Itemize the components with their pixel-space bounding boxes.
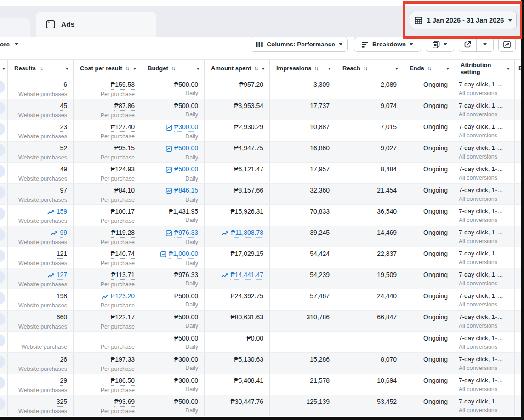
header-cell-reach[interactable]: Reach↑↓ bbox=[336, 60, 403, 78]
spent-value[interactable]: ₱4,947.75 bbox=[234, 144, 263, 152]
spent-value[interactable]: ₱80,631.63 bbox=[230, 313, 263, 321]
ad-thumbnail-partial[interactable] bbox=[0, 207, 5, 220]
results-value[interactable]: 198 bbox=[57, 292, 67, 301]
ad-thumbnail-partial[interactable] bbox=[0, 271, 5, 284]
budget-value[interactable]: ₱300.00 bbox=[174, 356, 198, 363]
sort-icon[interactable]: ↑↓ bbox=[171, 66, 175, 72]
spent-value[interactable]: ₱6,121.47 bbox=[234, 165, 263, 173]
cost-value[interactable]: ₱127.40 bbox=[111, 123, 135, 132]
cost-value[interactable]: ₱113.71 bbox=[111, 271, 135, 280]
budget-value[interactable]: ₱500.00 bbox=[174, 144, 198, 153]
ad-thumbnail-partial[interactable] bbox=[0, 144, 5, 157]
budget-value[interactable]: ₱500.00 bbox=[174, 292, 198, 300]
spent-value[interactable]: ₱2,930.29 bbox=[234, 123, 263, 131]
results-value[interactable]: 159 bbox=[57, 208, 67, 216]
table-row[interactable]: 45 Website purchases ₱87.86 Per purchase… bbox=[0, 99, 524, 120]
cost-value[interactable]: — bbox=[128, 335, 135, 342]
table-row[interactable]: 159 Website purchases ₱100.17 Per purcha… bbox=[0, 205, 524, 226]
table-row[interactable]: 97 Website purchases ₱84.10 Per purchase… bbox=[0, 184, 524, 205]
sort-icon[interactable]: ↑↓ bbox=[363, 66, 367, 72]
reports-button[interactable] bbox=[426, 37, 454, 52]
spent-value[interactable]: ₱957.20 bbox=[239, 81, 263, 89]
budget-value[interactable]: ₱300.00 bbox=[174, 123, 198, 132]
results-value[interactable]: 127 bbox=[57, 271, 67, 280]
chevron-down-icon[interactable] bbox=[328, 68, 331, 70]
cost-value[interactable]: ₱100.17 bbox=[111, 208, 135, 216]
results-value[interactable]: 26 bbox=[60, 356, 67, 364]
budget-value[interactable]: ₱500.00 bbox=[174, 313, 198, 321]
chevron-down-icon[interactable] bbox=[395, 68, 399, 70]
results-value[interactable]: 29 bbox=[60, 377, 67, 386]
results-value[interactable]: 99 bbox=[60, 229, 67, 238]
tab-ads[interactable]: Ads bbox=[36, 12, 156, 37]
more-button[interactable]: ore bbox=[0, 37, 18, 52]
header-cell-attribution-setting[interactable]: Attribution setting bbox=[454, 60, 515, 78]
results-value[interactable]: 121 bbox=[57, 250, 67, 259]
budget-value[interactable]: ₱500.00 bbox=[174, 398, 198, 406]
budget-value[interactable]: ₱846.15 bbox=[174, 187, 198, 195]
budget-value[interactable]: ₱1,431.95 bbox=[169, 208, 198, 216]
header-cell-impressions[interactable]: Impressions↑↓ bbox=[270, 60, 336, 78]
header-cell-ad-strip[interactable] bbox=[0, 60, 8, 78]
spent-value[interactable]: ₱15,926.31 bbox=[230, 208, 263, 216]
chevron-down-icon[interactable] bbox=[262, 68, 265, 70]
ad-thumbnail-partial[interactable] bbox=[0, 313, 5, 326]
table-row[interactable]: 49 Website purchases ₱124.93 Per purchas… bbox=[0, 163, 524, 184]
cost-value[interactable]: ₱84.10 bbox=[114, 187, 135, 195]
spent-value[interactable]: ₱11,808.78 bbox=[231, 229, 263, 238]
chevron-down-icon[interactable] bbox=[507, 68, 510, 70]
export-action[interactable] bbox=[459, 37, 476, 51]
table-row[interactable]: 99 Website purchases ₱119.28 Per purchas… bbox=[0, 226, 524, 247]
header-cell-results[interactable]: Results↑↓ bbox=[8, 60, 74, 78]
cost-value[interactable]: ₱87.86 bbox=[114, 102, 135, 111]
ad-thumbnail-partial[interactable] bbox=[0, 165, 5, 178]
budget-value[interactable]: ₱500.00 bbox=[174, 165, 198, 174]
spent-value[interactable]: ₱30,447.76 bbox=[230, 398, 263, 406]
chevron-down-icon[interactable] bbox=[133, 68, 137, 70]
sort-icon[interactable]: ↑↓ bbox=[125, 66, 129, 72]
budget-value[interactable]: ₱300.00 bbox=[174, 377, 198, 385]
sort-icon[interactable]: ↑↓ bbox=[39, 66, 42, 72]
results-value[interactable]: 52 bbox=[60, 144, 67, 153]
breakdown-button[interactable]: Breakdown bbox=[354, 37, 421, 52]
cost-value[interactable]: ₱159.53 bbox=[111, 81, 135, 90]
results-value[interactable]: — bbox=[61, 335, 67, 342]
sort-icon[interactable]: ↑↓ bbox=[427, 66, 431, 72]
sort-icon[interactable]: ↑↓ bbox=[254, 66, 257, 72]
results-value[interactable]: 23 bbox=[60, 123, 67, 132]
spent-value[interactable]: ₱17,029.15 bbox=[230, 250, 263, 258]
results-value[interactable]: 97 bbox=[60, 187, 67, 195]
spent-value[interactable]: ₱5,130.63 bbox=[234, 356, 263, 363]
ad-thumbnail-partial[interactable] bbox=[0, 292, 5, 305]
sort-icon[interactable]: ↑↓ bbox=[314, 66, 318, 72]
chevron-down-icon[interactable] bbox=[446, 68, 450, 70]
table-row[interactable]: 26 Website purchases ₱197.33 Per purchas… bbox=[0, 353, 524, 374]
ad-thumbnail-partial[interactable] bbox=[0, 397, 5, 410]
tab-adsets-partial[interactable] bbox=[0, 18, 30, 37]
columns-button[interactable]: Columns: Performance bbox=[251, 37, 348, 52]
budget-value[interactable]: ₱976.33 bbox=[174, 271, 198, 279]
spent-value[interactable]: ₱8,157.66 bbox=[234, 187, 263, 194]
results-value[interactable]: 45 bbox=[60, 102, 67, 111]
cost-value[interactable]: ₱197.33 bbox=[111, 356, 135, 364]
ad-thumbnail-partial[interactable] bbox=[0, 80, 5, 93]
budget-value[interactable]: ₱500.00 bbox=[174, 81, 198, 89]
results-value[interactable]: 6 bbox=[63, 81, 67, 90]
table-row[interactable]: 52 Website purchases ₱95.15 Per purchase… bbox=[0, 142, 524, 163]
ad-thumbnail-partial[interactable] bbox=[0, 376, 5, 389]
table-row[interactable]: 23 Website purchases ₱127.40 Per purchas… bbox=[0, 120, 524, 142]
cost-value[interactable]: ₱93.69 bbox=[114, 398, 135, 407]
header-cell-amount-spent[interactable]: Amount spent↑↓ bbox=[205, 60, 270, 78]
chevron-down-icon[interactable] bbox=[65, 68, 69, 70]
header-cell-budget[interactable]: Budget↑↓ bbox=[141, 60, 205, 78]
budget-value[interactable]: ₱500.00 bbox=[174, 335, 198, 342]
charts-button[interactable] bbox=[498, 37, 516, 52]
cost-value[interactable]: ₱123.20 bbox=[111, 292, 135, 301]
cost-value[interactable]: ₱95.15 bbox=[114, 144, 135, 153]
table-row[interactable]: — Website purchase — Per purchase ₱500.0… bbox=[0, 332, 524, 353]
table-row[interactable]: 121 Website purchases ₱140.74 Per purcha… bbox=[0, 247, 524, 268]
ad-thumbnail-partial[interactable] bbox=[0, 102, 5, 114]
spent-value[interactable]: ₱24,392.75 bbox=[230, 292, 263, 300]
header-cell-ends[interactable]: Ends↑↓ bbox=[403, 60, 454, 78]
ad-thumbnail-partial[interactable] bbox=[0, 228, 5, 241]
